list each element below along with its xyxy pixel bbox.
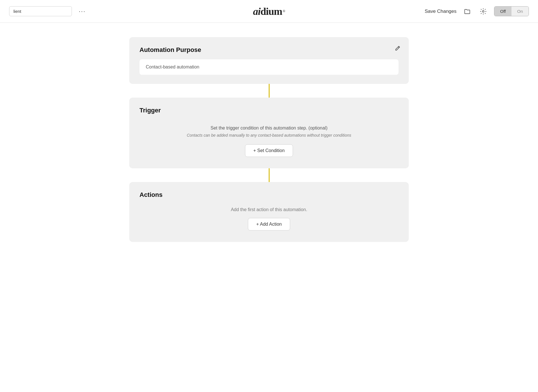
- trigger-description: Set the trigger condition of this automa…: [211, 126, 327, 131]
- trigger-body: Set the trigger condition of this automa…: [139, 120, 399, 159]
- folder-icon: [464, 9, 470, 14]
- actions-description: Add the first action of this automation.: [231, 207, 307, 212]
- toggle-on-button[interactable]: On: [511, 7, 529, 16]
- trigger-card: Trigger Set the trigger condition of thi…: [129, 98, 409, 168]
- set-condition-button[interactable]: + Set Condition: [245, 144, 293, 157]
- main-content: Automation Purpose Trigger Set the trigg…: [0, 23, 538, 256]
- connector-line-2: [269, 168, 270, 182]
- trigger-note: Contacts can be added manually to any co…: [187, 133, 351, 138]
- edit-icon: [395, 45, 401, 51]
- on-off-toggle[interactable]: Off On: [494, 6, 529, 16]
- folder-icon-button[interactable]: [462, 6, 472, 17]
- actions-body: Add the first action of this automation.…: [139, 204, 399, 233]
- settings-icon-button[interactable]: [478, 6, 488, 17]
- svg-point-0: [482, 11, 484, 12]
- actions-card: Actions Add the first action of this aut…: [129, 182, 409, 242]
- save-changes-button[interactable]: Save Changes: [425, 7, 457, 16]
- more-menu-button[interactable]: ···: [76, 7, 88, 16]
- toggle-off-button[interactable]: Off: [494, 7, 511, 16]
- add-action-button[interactable]: + Add Action: [248, 218, 290, 231]
- automation-purpose-title: Automation Purpose: [139, 46, 399, 54]
- navbar-right: Save Changes Off On: [425, 6, 529, 17]
- navbar: ··· aidium ® Save Changes Off: [0, 0, 538, 23]
- automation-purpose-input[interactable]: [139, 59, 399, 75]
- edit-purpose-button[interactable]: [395, 45, 401, 53]
- search-input[interactable]: [9, 6, 72, 16]
- automation-purpose-card: Automation Purpose: [129, 37, 409, 84]
- connector-line-1: [269, 84, 270, 98]
- trigger-title: Trigger: [139, 107, 399, 114]
- navbar-left: ···: [9, 6, 88, 16]
- actions-title: Actions: [139, 191, 399, 199]
- gear-icon: [480, 8, 486, 15]
- logo: aidium ®: [253, 5, 285, 17]
